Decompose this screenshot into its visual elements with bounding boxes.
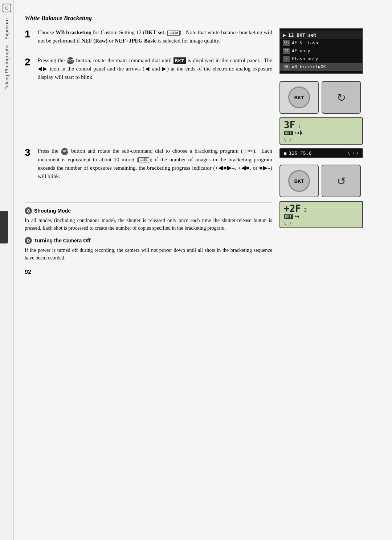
menu-ae-flash-text: AE & flash xyxy=(292,40,318,45)
step2-camera-diagrams: BKT ↻ xyxy=(279,81,374,114)
indicator-or: ■▶– xyxy=(259,165,270,171)
camera-dial-diagram-2: ↺ xyxy=(322,165,361,197)
camera-off-title: Turning the Camera Off xyxy=(34,238,90,243)
step-1-number: 1 xyxy=(25,29,33,45)
camera-menu-diagram: ▶ 12 BKT set AE↕ AE & flash AE AE only ⚡… xyxy=(279,28,363,74)
page-ref-146: 📖146 xyxy=(167,31,180,36)
exposure-bar-value: 125 F5.6 xyxy=(289,150,312,156)
nef-jpeg-bold: NEF+JPEG Basic xyxy=(115,38,156,44)
camera-body-diagram-2: BKT xyxy=(279,165,319,197)
sidebar-label: Taking Photographs—Exposure xyxy=(4,18,9,89)
camera-off-icon: Q xyxy=(25,237,32,244)
menu-row-ae-only: AE AE only xyxy=(280,47,362,55)
wb-bracketing-bold: WB bracketing xyxy=(56,29,91,35)
cp-arrows: +◀▐▶– xyxy=(294,130,305,135)
sidebar-camera-icon: ⊙ xyxy=(3,4,11,12)
menu-row-wb-bracket: WB WB bracket▶OK xyxy=(280,63,362,71)
cp-sub-value-2: 3 xyxy=(304,207,307,213)
dark-tab xyxy=(0,211,8,243)
sidebar: ⊙ Taking Photographs—Exposure xyxy=(0,0,14,540)
cp-row1: 3F 1 xyxy=(284,120,359,130)
nef-raw-bold: NEF (Raw) xyxy=(81,38,107,44)
cp-sub-value: 1 xyxy=(298,124,301,129)
menu-title-text: 12 BKT set xyxy=(288,32,317,38)
dial-arrow-left: ↺ xyxy=(337,175,346,188)
note-shooting-mode-header: Q Shooting Mode xyxy=(25,207,272,214)
camera-off-body: If the power is turned off during record… xyxy=(25,246,272,262)
step-3-row: 3 Press the BKT button and rotate the su… xyxy=(25,147,272,181)
two-col-layout: 1 Choose WB bracketing for Custom Settin… xyxy=(25,28,374,275)
bkt-display-tag: BKT xyxy=(173,57,186,64)
shooting-mode-body: In all modes (including continuous mode)… xyxy=(25,217,272,232)
exposure-bar-arrows: \ ↑ / xyxy=(348,151,359,155)
right-column: ▶ 12 BKT set AE↕ AE & flash AE AE only ⚡… xyxy=(279,28,374,275)
step-3-number: 3 xyxy=(25,148,33,181)
bkt-set-bold: BKT set xyxy=(145,29,164,35)
cp-bkt-label: BKT xyxy=(284,131,293,135)
bkt-button-diagram: BKT xyxy=(288,86,310,108)
step-2-text: Pressing the BKT button, rotate the main… xyxy=(38,56,272,82)
menu-wb-text: WB bracket▶OK xyxy=(292,64,326,69)
control-panel-display-2: +2F 3 BKT +◀ \ / xyxy=(279,201,363,228)
step-2-number: 2 xyxy=(25,57,33,82)
bkt-btn-icon-2: BKT xyxy=(67,57,74,64)
left-column: 1 Choose WB bracketing for Custom Settin… xyxy=(25,28,272,275)
exposure-bar-display: ◼ 125 F5.6 \ ↑ / xyxy=(279,148,363,158)
bkt-btn-icon-3: BKT xyxy=(61,148,68,155)
cp-tick-marks-2: \ / xyxy=(284,221,359,226)
notes-section: Q Shooting Mode In all modes (including … xyxy=(25,202,272,275)
cp-3f-value: 3F xyxy=(284,120,295,130)
shooting-mode-icon: Q xyxy=(25,207,32,214)
menu-flash-only-text: Flash only xyxy=(292,56,318,61)
cp-arrows-2: +◀ xyxy=(294,214,298,219)
menu-ae-only-text: AE only xyxy=(292,48,310,53)
step-2-row: 2 Pressing the BKT button, rotate the ma… xyxy=(25,56,272,82)
page-ref-51: 📖51 xyxy=(138,157,149,162)
cp-row2: BKT +◀▐▶– xyxy=(284,130,359,135)
cp-tick-marks: \ / xyxy=(284,137,359,142)
exposure-bar-icon: ◼ xyxy=(284,150,287,156)
step-3-text: Press the BKT button and rotate the sub-… xyxy=(38,147,272,181)
menu-wb-icon: WB xyxy=(283,64,290,70)
cp-row2-2: BKT +◀ xyxy=(284,214,359,219)
shooting-mode-title: Shooting Mode xyxy=(34,208,71,214)
page-number: 92 xyxy=(25,269,272,275)
menu-flash-only-icon: ⚡ xyxy=(283,56,290,62)
page-ref-93: 📖93 xyxy=(243,149,253,154)
camera-body-diagram-1: BKT xyxy=(279,81,319,114)
step-1-text: Choose WB bracketing for Custom Setting … xyxy=(38,28,272,45)
control-panel-display: 3F 1 BKT +◀▐▶– \ / xyxy=(279,117,363,145)
menu-ae-only-icon: AE xyxy=(283,48,290,54)
cp-bkt-label-2: BKT xyxy=(284,214,293,219)
dial-arrow-right: ↻ xyxy=(337,91,346,104)
note-camera-off-header: Q Turning the Camera Off xyxy=(25,237,272,244)
step-1-content: Choose WB bracketing for Custom Setting … xyxy=(38,28,272,45)
indicator-symbols: +◀■▶–, +◀■ xyxy=(215,165,250,171)
cp-2f-value: +2F xyxy=(284,203,301,214)
step-1-row: 1 Choose WB bracketing for Custom Settin… xyxy=(25,28,272,45)
menu-row-flash: AE↕ AE & flash xyxy=(280,39,362,47)
menu-play-icon: ▶ xyxy=(283,32,286,38)
step-3-content: Press the BKT button and rotate the sub-… xyxy=(38,147,272,181)
cp-row1-2: +2F 3 xyxy=(284,203,359,214)
bkt-button-diagram-2: BKT xyxy=(288,170,310,192)
menu-title-row: ▶ 12 BKT set xyxy=(280,31,362,39)
section-title: White Balance Bracketing xyxy=(25,15,374,22)
step3-camera-diagrams: BKT ↺ xyxy=(279,165,374,197)
main-content: White Balance Bracketing 1 Choose WB bra… xyxy=(14,0,392,540)
camera-dial-diagram-1: ↻ xyxy=(322,81,361,114)
step-2-content: Pressing the BKT button, rotate the main… xyxy=(38,56,272,82)
menu-row-flash-only: ⚡ Flash only xyxy=(280,55,362,63)
page: ⊙ Taking Photographs—Exposure White Bala… xyxy=(0,0,392,540)
menu-ae-flash-icon: AE↕ xyxy=(283,40,290,46)
